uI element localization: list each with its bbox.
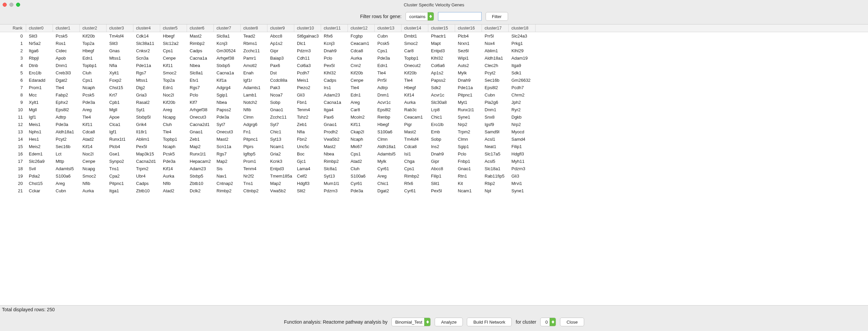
column-header[interactable]: cluster18 xyxy=(509,25,535,32)
build-fi-network-button[interactable]: Build FI Network xyxy=(467,318,512,326)
close-button[interactable]: Close xyxy=(560,318,584,326)
gene-cell: Map3k15 xyxy=(133,150,160,158)
table-row[interactable]: 3RbpjlApobEdn1Mtss1Scn3aCenpeCacna1aArhg… xyxy=(0,54,868,62)
column-header[interactable]: cluster12 xyxy=(348,25,375,32)
minimize-window-icon[interactable] xyxy=(9,3,13,7)
table-row[interactable]: 19Pdia2S100a6Smoc2Cpa2Ubr4AurkaStxbp5Nav… xyxy=(0,172,868,179)
gene-cell: Phactr1 xyxy=(428,32,455,39)
gene-cell: Gjc1 xyxy=(294,158,321,165)
table-row[interactable]: 11Igf1AdtrpTle4ApoeStxbp5lNcapgOnecut3Pd… xyxy=(0,113,868,121)
gene-cell: Itga1 xyxy=(106,187,133,194)
table-row[interactable]: 2Itga6CidecHbegfGnasCnksr2Cps1CadpsGm305… xyxy=(0,47,868,54)
gene-cell: Chrm2 xyxy=(509,91,535,99)
gene-cell: Pdzrn3 xyxy=(294,47,321,54)
table-row[interactable]: 7Prom1Tle4NcaphChst15Dlg2Edn1Rgs7Adgrg4A… xyxy=(0,84,868,91)
column-header[interactable]: cluster1 xyxy=(53,25,80,32)
gene-cell: Onecut2 xyxy=(402,62,428,69)
gene-cell: Sec16b xyxy=(482,76,509,84)
gene-cell: Clmn xyxy=(241,113,268,121)
test-select[interactable]: Binomial_Test xyxy=(392,318,431,326)
gene-cell: Kcnk3 xyxy=(268,158,294,165)
table-row[interactable]: 9Xylt1Ephx2Pde3aCpb1Rasal2Kif20bKlf7Nbea… xyxy=(0,99,868,106)
column-header[interactable]: cluster9 xyxy=(268,25,294,32)
filter-button[interactable]: Filter xyxy=(486,12,508,21)
for-cluster-label: for cluster xyxy=(516,319,536,325)
rank-cell: 15 xyxy=(0,143,26,150)
table-row[interactable]: 4DtnbDnm1Topbp1NfiaPde11aKif11NbeaStxbp5… xyxy=(0,62,868,69)
gene-cell: Tle4 xyxy=(160,128,187,135)
table-row[interactable]: 5Ero1lbCreb3l3CluhXylt1Rgs7Smoc2Slc8a1Ca… xyxy=(0,69,868,76)
column-header[interactable]: cluster5 xyxy=(160,25,187,32)
gene-cell: Kcnj3 xyxy=(321,39,348,47)
table-row[interactable]: 14Hes1Pcyt2Atad2Runx1t1Ablim1Topbp1Zeb1M… xyxy=(0,135,868,143)
gene-cell: Tle4 xyxy=(402,76,428,84)
table-row[interactable]: 21CckarCubnAurkaItga1Zbtb10Atad2Dclk2Rim… xyxy=(0,187,868,194)
table-row[interactable]: 20Chst15AregNfibPitpnc1CadpsNfibZbtb10Cn… xyxy=(0,179,868,187)
gene-cell: Rimbp2 xyxy=(214,187,241,194)
column-header[interactable]: cluster13 xyxy=(375,25,402,32)
column-header[interactable]: cluster6 xyxy=(187,25,214,32)
column-header[interactable]: cluster14 xyxy=(402,25,428,32)
gene-cell: Acsl5 xyxy=(482,158,509,165)
table-row[interactable]: 13Nphs1Aldh18a1Cdca8Igf1Il18r1Tle4Gnao1O… xyxy=(0,128,868,135)
column-header[interactable]: cluster2 xyxy=(80,25,106,32)
gene-cell: Edem1 xyxy=(26,150,53,158)
gene-cell: Ncam1 xyxy=(268,143,294,150)
filter-mode-select[interactable]: contains xyxy=(405,12,434,21)
column-header[interactable]: cluster15 xyxy=(428,25,455,32)
gene-cell: Ncam1 xyxy=(455,187,482,194)
table-row[interactable]: 1Nr5a2Ros1Top2aSlit3Slc38a11Slc12a2Rimbp… xyxy=(0,39,868,47)
gene-cell: Syt1 xyxy=(133,106,160,113)
column-header[interactable]: Rank xyxy=(0,25,26,32)
gene-cell: Nrp2 xyxy=(455,121,482,128)
gene-cell: Nfib xyxy=(241,106,268,113)
column-header[interactable]: cluster16 xyxy=(455,25,482,32)
gene-cell: Nfib xyxy=(160,179,187,187)
gene-cell: Syne1 xyxy=(455,113,482,121)
table-row[interactable]: 15Meis2Sec16bKif14Plcb4Pex5lNcaphMap2Scn… xyxy=(0,143,868,150)
gene-cell: Dgkb xyxy=(509,113,535,121)
cluster-select[interactable]: 0 xyxy=(540,318,556,326)
gene-cell: Pdzrn3 xyxy=(509,165,535,172)
table-row[interactable]: 6EdaraddDgat2Cps1Foxp2Mtss1Top2aEtv1Kif1… xyxy=(0,76,868,84)
column-header[interactable]: cluster10 xyxy=(294,25,321,32)
gene-cell: Adamts1 xyxy=(241,84,268,91)
gene-cell: Fabp2 xyxy=(53,91,80,99)
gene-cell: Rtn1 xyxy=(455,172,482,179)
column-header[interactable]: cluster11 xyxy=(321,25,348,32)
gene-cell: Scn11a xyxy=(214,143,241,150)
rank-cell: 10 xyxy=(0,106,26,113)
gene-cell: Entpd3 xyxy=(268,165,294,172)
table-row[interactable]: 12Meis1Pde3aKif11Clca1Grik4CluhCacna2d1S… xyxy=(0,121,868,128)
table-row[interactable]: 10MgllEps8l2AregMgllSyt1AregArhgef38Paps… xyxy=(0,106,868,113)
column-header[interactable]: cluster4 xyxy=(133,25,160,32)
gene-cell: Dst xyxy=(268,69,294,76)
gene-cell: Cpb1 xyxy=(106,99,133,106)
table-row[interactable]: 17Slc26a9MttpCenpeSynpo2Cacna2d1Pde3aHep… xyxy=(0,158,868,165)
gene-cell: Mrvi1 xyxy=(509,179,535,187)
gene-cell: Slc24a3 xyxy=(509,32,535,39)
filter-input[interactable] xyxy=(438,12,482,21)
gene-cell: Cntnap2 xyxy=(214,179,241,187)
gene-cell: Cidec xyxy=(53,47,80,54)
table-row[interactable]: 0Slit3Pcsk5Kif20bTm4sf4Cdk14HbegfMast2Sl… xyxy=(0,32,868,39)
maximize-window-icon[interactable] xyxy=(16,3,20,7)
gene-cell: Itga9 xyxy=(509,62,535,69)
column-header[interactable]: cluster8 xyxy=(241,25,268,32)
close-window-icon[interactable] xyxy=(3,3,7,7)
table-body[interactable]: 0Slit3Pcsk5Kif20bTm4sf4Cdk14HbegfMast2Sl… xyxy=(0,32,868,305)
column-header[interactable]: cluster7 xyxy=(214,25,241,32)
gene-cell: Notch2 xyxy=(241,99,268,106)
column-header[interactable]: cluster0 xyxy=(26,25,53,32)
gene-cell: Igfbp5 xyxy=(241,150,268,158)
table-row[interactable]: 18SvilAdamtsl5NcapgTns1Trpm2Kif14Adam23S… xyxy=(0,165,868,172)
analyze-button[interactable]: Analyze xyxy=(435,318,463,326)
gene-cell: Zbtb10 xyxy=(187,179,214,187)
table-row[interactable]: 8MccFabp2Pcsk5Krt7Gria3Noc2lPcloSgip1Lam… xyxy=(0,91,868,99)
gene-cell: Dmbt1 xyxy=(402,32,428,39)
table-row[interactable]: 16Edem1LctNoc2lGse1Map3k15Pcsk5Runx1t1Rg… xyxy=(0,150,868,158)
gene-cell: Ceacam1 xyxy=(402,113,428,121)
gene-cell: Ephx2 xyxy=(53,99,80,106)
column-header[interactable]: cluster17 xyxy=(482,25,509,32)
column-header[interactable]: cluster3 xyxy=(106,25,133,32)
